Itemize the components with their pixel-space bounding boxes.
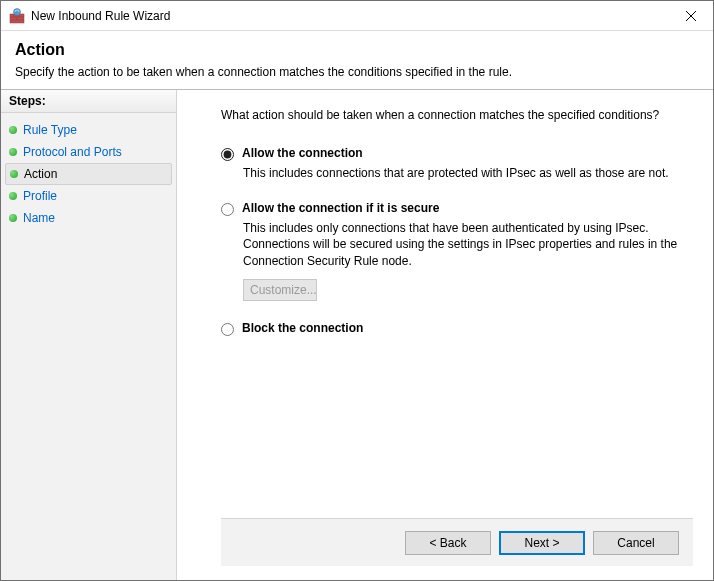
step-label: Profile xyxy=(23,189,57,203)
bullet-icon xyxy=(9,192,17,200)
close-icon xyxy=(686,11,696,21)
step-label: Protocol and Ports xyxy=(23,145,122,159)
wizard-window: New Inbound Rule Wizard Action Specify t… xyxy=(0,0,714,581)
steps-list: Rule Type Protocol and Ports Action Prof… xyxy=(1,113,176,235)
steps-header: Steps: xyxy=(1,90,176,113)
steps-panel: Steps: Rule Type Protocol and Ports Acti… xyxy=(1,90,177,580)
bullet-icon xyxy=(9,214,17,222)
wizard-body: Steps: Rule Type Protocol and Ports Acti… xyxy=(1,89,713,580)
step-profile[interactable]: Profile xyxy=(1,185,176,207)
next-button[interactable]: Next > xyxy=(499,531,585,555)
option-allow-secure: Allow the connection if it is secure Thi… xyxy=(221,201,693,301)
content-question: What action should be taken when a conne… xyxy=(221,108,693,122)
bullet-icon xyxy=(10,170,18,178)
step-label: Rule Type xyxy=(23,123,77,137)
radio-allow[interactable] xyxy=(221,148,234,161)
back-button[interactable]: < Back xyxy=(405,531,491,555)
option-allow-desc: This includes connections that are prote… xyxy=(243,165,693,181)
titlebar: New Inbound Rule Wizard xyxy=(1,1,713,31)
option-allow: Allow the connection This includes conne… xyxy=(221,146,693,181)
step-rule-type[interactable]: Rule Type xyxy=(1,119,176,141)
option-allow-title: Allow the connection xyxy=(242,146,363,160)
cancel-button[interactable]: Cancel xyxy=(593,531,679,555)
option-allow-secure-row[interactable]: Allow the connection if it is secure xyxy=(221,201,693,216)
option-allow-row[interactable]: Allow the connection xyxy=(221,146,693,161)
step-label: Name xyxy=(23,211,55,225)
svg-point-6 xyxy=(14,8,21,15)
step-action[interactable]: Action xyxy=(5,163,172,185)
step-protocol-ports[interactable]: Protocol and Ports xyxy=(1,141,176,163)
wizard-content: What action should be taken when a conne… xyxy=(177,90,713,580)
option-allow-secure-desc: This includes only connections that have… xyxy=(243,220,693,269)
firewall-icon xyxy=(9,8,25,24)
window-title: New Inbound Rule Wizard xyxy=(31,9,668,23)
page-subtitle: Specify the action to be taken when a co… xyxy=(15,65,699,79)
wizard-header: Action Specify the action to be taken wh… xyxy=(1,31,713,89)
option-block-row[interactable]: Block the connection xyxy=(221,321,693,336)
option-allow-secure-title: Allow the connection if it is secure xyxy=(242,201,439,215)
wizard-footer: < Back Next > Cancel xyxy=(221,518,693,566)
bullet-icon xyxy=(9,148,17,156)
radio-allow-secure[interactable] xyxy=(221,203,234,216)
option-block: Block the connection xyxy=(221,321,693,336)
customize-button: Customize... xyxy=(243,279,317,301)
page-heading: Action xyxy=(15,41,699,59)
option-block-title: Block the connection xyxy=(242,321,363,335)
bullet-icon xyxy=(9,126,17,134)
radio-block[interactable] xyxy=(221,323,234,336)
step-label: Action xyxy=(24,167,57,181)
close-button[interactable] xyxy=(668,1,713,30)
step-name[interactable]: Name xyxy=(1,207,176,229)
